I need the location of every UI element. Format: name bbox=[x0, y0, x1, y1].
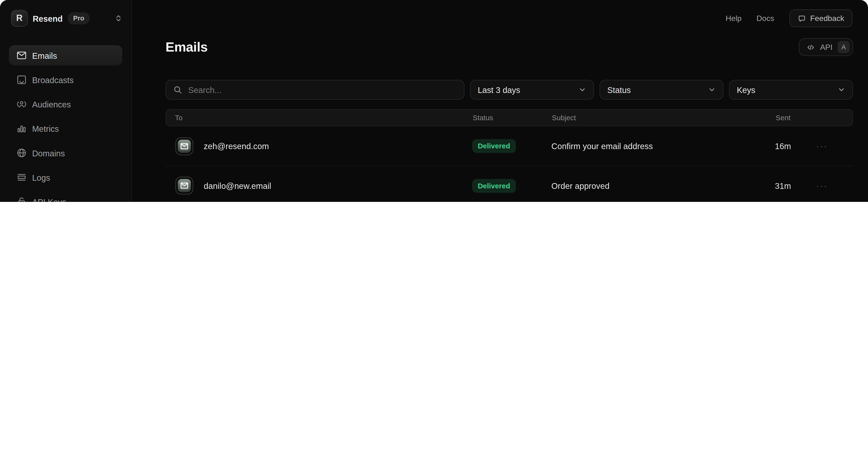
sidebar-item-label: Metrics bbox=[32, 124, 59, 133]
api-shortcut-badge: A bbox=[838, 41, 850, 53]
sidebar-item-metrics[interactable]: Metrics bbox=[9, 119, 122, 139]
plan-badge: Pro bbox=[68, 12, 90, 25]
content: Emails API A bbox=[132, 27, 868, 202]
cell-status: Delivered bbox=[472, 139, 552, 153]
sidebar-item-api-keys[interactable]: API Keys bbox=[9, 192, 122, 202]
resend-logo-icon: R bbox=[11, 10, 28, 27]
column-subject: Subject bbox=[552, 113, 741, 122]
chevron-down-icon bbox=[838, 86, 845, 93]
sidebar-item-emails[interactable]: Emails bbox=[9, 46, 122, 65]
feedback-button[interactable]: Feedback bbox=[789, 9, 852, 27]
status-badge: Delivered bbox=[472, 139, 516, 153]
sidebar-item-logs[interactable]: Logs bbox=[9, 168, 122, 187]
email-subject: Order approved bbox=[552, 181, 741, 190]
email-status-icon bbox=[176, 137, 193, 155]
chevron-down-icon bbox=[708, 86, 716, 93]
topbar: Help Docs Feedback bbox=[132, 0, 868, 27]
search-icon bbox=[173, 85, 182, 94]
table-row[interactable]: danilo@new.emailDeliveredOrder approved3… bbox=[165, 166, 853, 202]
row-menu-button[interactable]: ··· bbox=[791, 141, 853, 151]
email-status-icon bbox=[176, 177, 193, 195]
chevron-updown-icon[interactable] bbox=[115, 14, 122, 22]
row-menu-button[interactable]: ··· bbox=[791, 181, 853, 190]
lock-icon bbox=[16, 196, 27, 202]
sent-time: 16m bbox=[741, 141, 791, 151]
workspace-name: Resend bbox=[33, 13, 63, 23]
feedback-label: Feedback bbox=[810, 14, 844, 23]
feedback-bubble-icon bbox=[798, 14, 806, 22]
logs-icon bbox=[16, 172, 27, 183]
metrics-icon bbox=[16, 123, 27, 134]
status-value: Status bbox=[607, 85, 631, 94]
sidebar-item-label: Emails bbox=[32, 51, 57, 60]
cell-to: danilo@new.email bbox=[165, 177, 472, 195]
keys-value: Keys bbox=[737, 85, 755, 94]
audiences-icon bbox=[16, 98, 27, 110]
help-link[interactable]: Help bbox=[726, 14, 742, 23]
table-row[interactable]: zeh@resend.comDeliveredConfirm your emai… bbox=[165, 126, 853, 166]
email-table-body: zeh@resend.comDeliveredConfirm your emai… bbox=[165, 126, 853, 202]
cell-to: zeh@resend.com bbox=[165, 137, 472, 155]
sidebar-item-label: Audiences bbox=[32, 99, 71, 109]
sent-time: 31m bbox=[741, 181, 791, 190]
sidebar-item-audiences[interactable]: Audiences bbox=[9, 94, 122, 114]
docs-link[interactable]: Docs bbox=[756, 14, 774, 23]
sidebar-item-label: Logs bbox=[32, 173, 50, 182]
status-badge: Delivered bbox=[472, 179, 516, 193]
main-area: Help Docs Feedback Emails bbox=[132, 0, 868, 202]
mail-icon bbox=[16, 50, 27, 61]
search-box[interactable] bbox=[165, 80, 465, 100]
table-header: To Status Subject Sent bbox=[165, 109, 853, 126]
email-subject: Confirm your email address bbox=[552, 141, 741, 151]
sidebar: R Resend Pro EmailsBroadcastsAudiencesMe… bbox=[0, 0, 132, 202]
app-stage: R Resend Pro EmailsBroadcastsAudiencesMe… bbox=[0, 0, 868, 202]
broadcast-icon bbox=[16, 74, 27, 85]
chevron-down-icon bbox=[579, 86, 586, 93]
title-row: Emails API A bbox=[165, 38, 853, 56]
api-button-label: API bbox=[820, 42, 833, 52]
api-button[interactable]: API A bbox=[799, 38, 853, 56]
sidebar-item-label: API Keys bbox=[32, 197, 66, 202]
sidebar-item-domains[interactable]: Domains bbox=[9, 143, 122, 163]
column-sent: Sent bbox=[741, 113, 790, 122]
date-range-value: Last 3 days bbox=[478, 85, 520, 94]
sidebar-item-label: Broadcasts bbox=[32, 75, 74, 85]
sidebar-nav: EmailsBroadcastsAudiencesMetricsDomainsL… bbox=[0, 46, 131, 202]
column-status: Status bbox=[473, 113, 552, 122]
status-dropdown[interactable]: Status bbox=[599, 80, 723, 100]
recipient-email: danilo@new.email bbox=[204, 181, 271, 190]
workspace-switcher[interactable]: R Resend Pro bbox=[0, 0, 131, 31]
search-input[interactable] bbox=[187, 85, 457, 95]
globe-icon bbox=[16, 147, 27, 158]
column-to: To bbox=[166, 113, 473, 122]
keys-dropdown[interactable]: Keys bbox=[729, 80, 853, 100]
recipient-email: zeh@resend.com bbox=[204, 141, 269, 151]
sidebar-item-broadcasts[interactable]: Broadcasts bbox=[9, 70, 122, 90]
app-window: R Resend Pro EmailsBroadcastsAudiencesMe… bbox=[0, 0, 868, 202]
sidebar-item-label: Domains bbox=[32, 148, 65, 157]
date-range-dropdown[interactable]: Last 3 days bbox=[470, 80, 594, 100]
cell-status: Delivered bbox=[472, 179, 552, 193]
page-title: Emails bbox=[165, 39, 208, 55]
code-icon bbox=[807, 43, 815, 51]
filter-row: Last 3 days Status Keys bbox=[165, 80, 853, 100]
